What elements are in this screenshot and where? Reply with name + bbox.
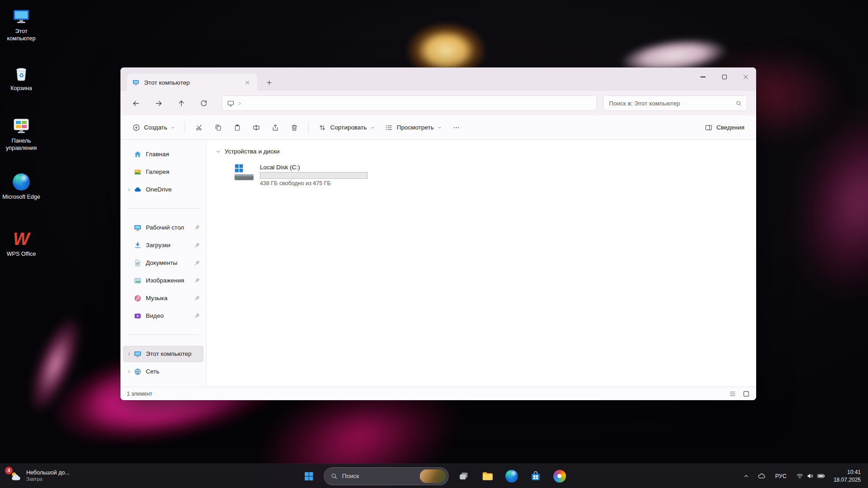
photos-button[interactable]: [551, 467, 569, 485]
cut-button[interactable]: [190, 120, 208, 136]
tab-title: Этот компьютер: [144, 79, 236, 86]
desktop-icon-label: Microsoft Edge: [2, 194, 40, 201]
sidebar-item-downloads[interactable]: Загрузки: [123, 237, 203, 254]
file-explorer-button[interactable]: [479, 467, 497, 485]
forward-button[interactable]: [150, 95, 167, 111]
tab-close-button[interactable]: [241, 76, 254, 89]
address-location-icon: [227, 100, 235, 107]
language-indicator[interactable]: РУС: [772, 467, 790, 485]
gallery-icon: [133, 168, 142, 176]
chevron-right-icon: [125, 369, 133, 374]
large-thumbnails-view-toggle[interactable]: [743, 390, 750, 397]
desktop-icon-recycle-bin[interactable]: ♻ Корзина: [0, 63, 43, 92]
maximize-button[interactable]: [714, 67, 735, 86]
folder-content-area: Устройства и диски Local Disk (C:): [206, 140, 756, 387]
desktop-icon-label: WPS Office: [7, 251, 36, 258]
edge-button[interactable]: [503, 467, 521, 485]
sidebar-item-pictures[interactable]: Изображения: [123, 273, 203, 289]
search-placeholder: Поиск в: Этот компьютер: [609, 100, 732, 107]
edge-icon: [505, 470, 518, 483]
chevron-up-icon: [743, 473, 749, 479]
sidebar-item-this-pc[interactable]: Этот компьютер: [123, 346, 203, 362]
items-count: 1 элемент: [127, 391, 153, 397]
onedrive-icon: [133, 186, 142, 194]
copy-button[interactable]: [209, 120, 227, 136]
view-button[interactable]: Просмотреть: [380, 120, 446, 136]
this-pc-icon: [11, 6, 31, 26]
taskbar-search-box[interactable]: Поиск: [324, 467, 449, 485]
search-box[interactable]: Поиск в: Этот компьютер: [603, 96, 747, 111]
desktop-icon-edge[interactable]: Microsoft Edge: [0, 172, 43, 201]
hidden-icons-button[interactable]: [741, 467, 752, 485]
network-icon: [133, 368, 142, 376]
paste-button[interactable]: [228, 120, 246, 136]
refresh-button[interactable]: [196, 95, 212, 111]
sidebar-item-onedrive[interactable]: OneDrive: [123, 182, 203, 198]
sidebar-item-documents[interactable]: Документы: [123, 255, 203, 271]
rename-icon: [252, 124, 260, 132]
minimize-button[interactable]: [692, 67, 714, 86]
drive-item-c[interactable]: Local Disk (C:) 438 ГБ свободно из 475 Г…: [231, 162, 371, 188]
tab-strip: Этот компьютер: [120, 67, 756, 91]
new-button[interactable]: Создать: [128, 120, 180, 136]
cloud-icon: [758, 472, 766, 480]
tab-monitor-icon: [132, 79, 139, 86]
address-bar[interactable]: [222, 96, 597, 111]
notification-badge: 4: [5, 467, 13, 474]
file-explorer-window: Этот компьютер: [120, 67, 756, 400]
explorer-tab[interactable]: Этот компьютер: [127, 74, 257, 91]
up-button[interactable]: [173, 95, 189, 111]
plus-circle-icon: [132, 124, 140, 132]
close-button[interactable]: [735, 67, 756, 86]
desktop-icon-control-panel[interactable]: Панель управления: [0, 116, 43, 152]
sidebar-item-desktop[interactable]: Рабочий стол: [123, 220, 203, 236]
widget-subtitle: Завтра: [26, 476, 70, 482]
chevron-right-icon: [125, 187, 133, 192]
paste-icon: [233, 124, 241, 132]
documents-icon: [133, 259, 142, 267]
taskbar-center: Поиск: [300, 467, 569, 485]
sidebar-item-videos[interactable]: Видео: [123, 308, 203, 324]
chevron-right-icon: [125, 352, 133, 356]
chevron-down-icon: [216, 149, 221, 154]
rename-button[interactable]: [247, 120, 265, 136]
more-options-button[interactable]: [447, 120, 465, 136]
quick-settings-button[interactable]: [793, 472, 828, 480]
search-icon: [735, 100, 742, 107]
wifi-icon: [796, 472, 804, 480]
desktop-icon-this-pc[interactable]: Этот компьютер: [0, 6, 43, 42]
music-icon: [133, 294, 142, 302]
windows-logo-icon: [303, 471, 314, 482]
onedrive-tray-button[interactable]: [755, 467, 768, 485]
toolbar-separator: [308, 122, 309, 134]
details-pane-icon: [705, 124, 713, 132]
back-button[interactable]: [128, 95, 144, 111]
sidebar-item-home[interactable]: Главная: [123, 146, 203, 163]
sort-button[interactable]: Сортировать: [314, 120, 379, 136]
tray-time: 10:41: [834, 469, 861, 476]
sidebar-item-gallery[interactable]: Галерея: [123, 164, 203, 180]
widgets-button[interactable]: 4 Небольшой до... Завтра: [5, 466, 74, 486]
videos-icon: [133, 312, 142, 320]
scissors-icon: [195, 124, 203, 132]
sidebar-item-music[interactable]: Музыка: [123, 290, 203, 306]
task-view-button[interactable]: [455, 467, 473, 485]
folder-icon: [481, 470, 494, 483]
group-header-devices[interactable]: Устройства и диски: [216, 148, 756, 155]
desktop-icon-wps[interactable]: W WPS Office: [0, 229, 43, 258]
sort-button-label: Сортировать: [330, 124, 367, 131]
share-button[interactable]: [266, 120, 284, 136]
downloads-icon: [133, 241, 142, 249]
clock[interactable]: 10:41 18.07.2025: [832, 469, 864, 483]
delete-button[interactable]: [285, 120, 303, 136]
task-view-icon: [458, 471, 469, 482]
taskbar: 4 Небольшой до... Завтра Поиск: [0, 464, 868, 488]
details-pane-button[interactable]: Сведения: [700, 120, 749, 136]
details-view-toggle[interactable]: [729, 390, 736, 397]
new-tab-button[interactable]: [263, 76, 275, 89]
pin-icon: [194, 277, 201, 283]
sidebar-item-network[interactable]: Сеть: [123, 364, 203, 380]
microsoft-store-button[interactable]: [527, 467, 545, 485]
details-pane-label: Сведения: [716, 124, 744, 131]
start-button[interactable]: [300, 467, 318, 485]
